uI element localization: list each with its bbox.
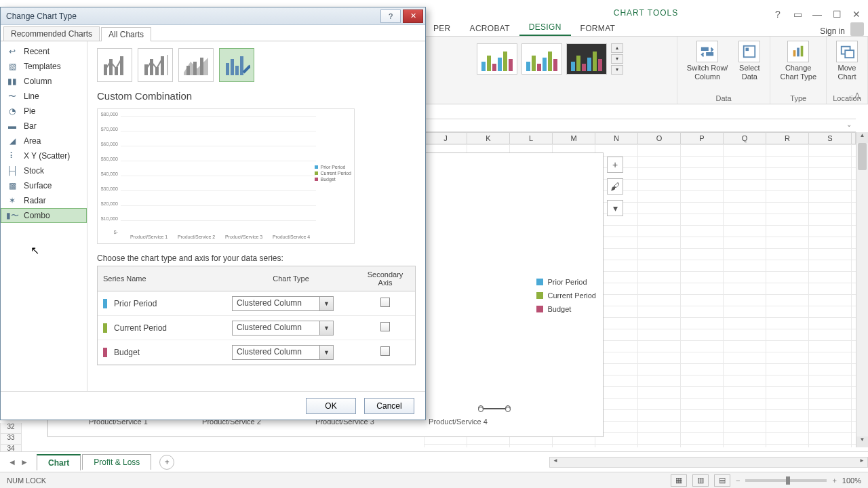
sidebar-item-radar[interactable]: ✶Radar <box>1 193 87 208</box>
chart-styles-gallery[interactable]: ▴▾▾ <box>474 41 626 89</box>
row-headers[interactable]: 32 33 34 <box>0 423 22 455</box>
column-header[interactable]: J <box>425 133 467 144</box>
view-pagelayout-icon[interactable]: ▥ <box>692 474 709 487</box>
signin-link[interactable]: Sign in <box>820 26 845 36</box>
style-thumb[interactable] <box>521 43 562 75</box>
svg-rect-19 <box>226 63 229 75</box>
sheet-tab-chart[interactable]: Chart <box>37 454 81 470</box>
series-type-dropdown[interactable]: Clustered Column▼ <box>232 321 334 336</box>
column-header[interactable]: R <box>766 133 809 144</box>
legend-item: Budget <box>547 305 571 313</box>
vertical-scrollbar[interactable]: ▲ ▼ <box>856 132 868 447</box>
scroll-down-icon[interactable]: ▼ <box>856 436 868 447</box>
row-header[interactable]: 32 <box>0 423 22 434</box>
style-thumb[interactable] <box>477 43 517 75</box>
column-headers[interactable]: J K L M N O P Q R S <box>424 132 856 144</box>
switch-row-column-button[interactable]: Switch Row/ Column <box>684 41 731 81</box>
zoom-out-icon[interactable]: − <box>736 476 740 485</box>
group-data-label: Data <box>677 94 770 102</box>
tab-developer[interactable]: PER <box>424 21 460 36</box>
chevron-down-icon[interactable]: ▼ <box>319 297 333 310</box>
svg-rect-4 <box>801 46 804 57</box>
subtype-clust-col-line[interactable] <box>97 48 132 82</box>
user-avatar-icon[interactable] <box>850 22 864 36</box>
sidebar-item-column[interactable]: ▮▮Column <box>1 74 87 89</box>
ribbon-options-icon[interactable]: ▭ <box>789 8 806 20</box>
maximize-icon[interactable]: ☐ <box>828 8 846 20</box>
dialog-close-icon[interactable]: ✕ <box>403 9 423 23</box>
dialog-titlebar[interactable]: Change Chart Type ? ✕ <box>1 7 425 25</box>
hscroll-right-icon[interactable]: ► <box>856 458 867 467</box>
tab-format[interactable]: FORMAT <box>571 21 625 36</box>
sidebar-item-templates[interactable]: ▧Templates <box>1 59 87 74</box>
select-data-button[interactable]: Select Data <box>736 41 763 81</box>
secondary-axis-checkbox[interactable] <box>380 298 390 307</box>
sheet-nav-prev-icon[interactable]: ◄ <box>8 458 16 467</box>
group-type-label: Type <box>770 94 826 102</box>
series-type-dropdown[interactable]: Clustered Column▼ <box>232 345 334 360</box>
dialog-help-icon[interactable]: ? <box>380 9 401 23</box>
ok-button[interactable]: OK <box>306 398 356 414</box>
view-pagebreak-icon[interactable]: ▤ <box>714 474 730 487</box>
col-series-name: Series Name <box>98 270 226 287</box>
zoom-slider[interactable] <box>745 479 827 482</box>
expand-formula-icon[interactable]: ⌄ <box>846 121 852 128</box>
formula-bar[interactable]: ⌄ <box>424 119 856 132</box>
view-normal-icon[interactable]: ▦ <box>671 474 687 487</box>
subtype-custom[interactable] <box>219 48 254 82</box>
ribbon-collapse-icon[interactable]: ⋀ <box>854 92 864 101</box>
close-icon[interactable]: ✕ <box>848 8 865 20</box>
sidebar-item-recent[interactable]: ↩Recent <box>1 44 87 59</box>
horizontal-scrollbar[interactable]: ◄ ► <box>549 457 868 468</box>
column-header[interactable]: P <box>681 133 724 144</box>
change-chart-type-button[interactable]: Change Chart Type <box>777 41 819 81</box>
column-header[interactable]: N <box>595 133 638 144</box>
scrollbar-thumb[interactable] <box>858 143 867 170</box>
subtype-clust-col-line-sec[interactable] <box>138 48 173 82</box>
sidebar-item-combo[interactable]: ▮〜Combo <box>1 208 87 223</box>
gallery-more[interactable]: ▴▾▾ <box>611 43 623 75</box>
chevron-down-icon[interactable]: ▼ <box>319 346 333 359</box>
secondary-axis-checkbox[interactable] <box>380 322 390 331</box>
column-header[interactable]: K <box>467 133 510 144</box>
sheet-tab-pl[interactable]: Profit & Loss <box>82 454 151 470</box>
column-header[interactable]: Q <box>724 133 766 144</box>
sidebar-item-pie[interactable]: ◔Pie <box>1 104 87 119</box>
zoom-percent[interactable]: 100% <box>842 476 861 485</box>
column-header[interactable]: S <box>809 133 852 144</box>
scroll-up-icon[interactable]: ▲ <box>856 132 868 143</box>
hscroll-left-icon[interactable]: ◄ <box>550 458 561 467</box>
sidebar-item-area[interactable]: ◢Area <box>1 134 87 148</box>
chart-styles-icon[interactable]: 🖌 <box>607 178 623 195</box>
style-thumb[interactable] <box>566 43 607 75</box>
minimize-icon[interactable]: — <box>808 8 826 20</box>
sidebar-item-stock[interactable]: ├┤Stock <box>1 163 87 178</box>
subtype-stacked-area-col[interactable] <box>178 48 214 82</box>
tab-design[interactable]: DESIGN <box>519 20 571 36</box>
sidebar-item-line[interactable]: 〜Line <box>1 89 87 104</box>
help-icon[interactable]: ? <box>769 8 787 20</box>
column-header[interactable]: O <box>638 133 681 144</box>
sidebar-item-scatter[interactable]: ⠇X Y (Scatter) <box>1 148 87 163</box>
col-chart-type: Chart Type <box>226 270 355 287</box>
chart-legend[interactable]: Prior Period Current Period Budget <box>536 275 596 316</box>
move-chart-button[interactable]: Move Chart <box>833 41 861 81</box>
column-header[interactable]: L <box>510 133 553 144</box>
cancel-button[interactable]: Cancel <box>364 398 414 414</box>
tab-all-charts[interactable]: All Charts <box>101 27 151 41</box>
chart-elements-icon[interactable]: + <box>607 157 623 173</box>
chevron-down-icon[interactable]: ▼ <box>319 321 333 335</box>
sidebar-item-surface[interactable]: ▩Surface <box>1 178 87 193</box>
sheet-nav-next-icon[interactable]: ► <box>20 458 28 467</box>
tab-recommended[interactable]: Recommended Charts <box>3 26 100 41</box>
series-type-dropdown[interactable]: Clustered Column▼ <box>232 296 334 311</box>
tab-acrobat[interactable]: ACROBAT <box>460 21 519 36</box>
row-header[interactable]: 33 <box>0 434 22 445</box>
chart-filters-icon[interactable]: ▾ <box>607 200 623 216</box>
column-header[interactable]: M <box>553 133 595 144</box>
combo-icon: ▮〜 <box>6 211 18 220</box>
zoom-in-icon[interactable]: + <box>832 476 836 485</box>
sidebar-item-bar[interactable]: ▬Bar <box>1 119 87 134</box>
add-sheet-icon[interactable]: + <box>159 455 174 470</box>
secondary-axis-checkbox[interactable] <box>380 346 390 356</box>
